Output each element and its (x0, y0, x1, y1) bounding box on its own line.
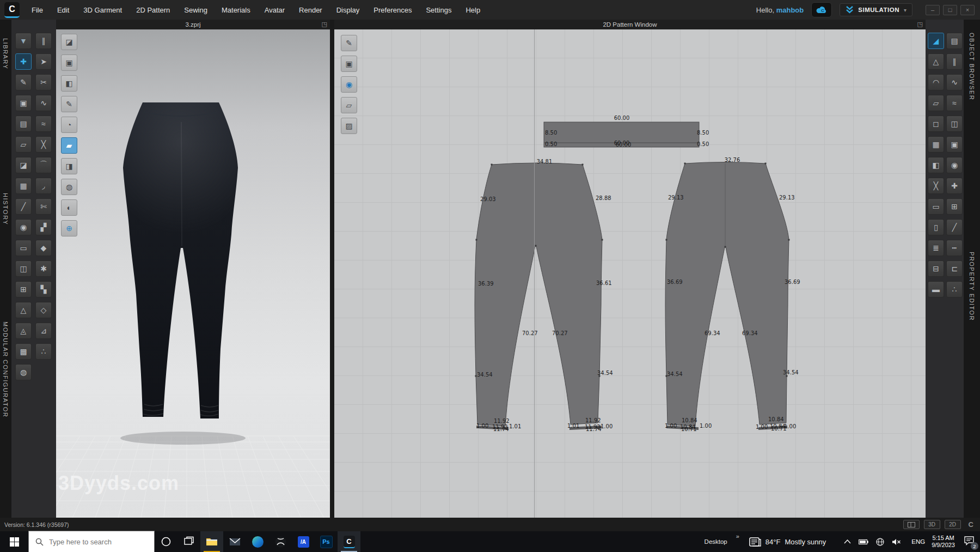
fold-3d-icon[interactable]: ◫ (15, 260, 32, 277)
buttons-tool-icon[interactable]: ⊞ (946, 198, 963, 215)
drape-tool-icon[interactable]: ◇ (35, 302, 52, 318)
file-explorer-button[interactable] (200, 531, 223, 552)
curve-sewing-icon[interactable]: ⌒ (35, 157, 52, 173)
bonding-icon[interactable]: ▭ (15, 240, 32, 256)
edge-browser-button[interactable] (246, 531, 269, 552)
tab-property-editor[interactable]: PROPERTY EDITOR (969, 252, 975, 321)
animation-pause-icon[interactable]: ∥ (35, 33, 52, 49)
ruler-tool-icon[interactable]: ▬ (928, 281, 944, 298)
tab-modular-configurator[interactable]: MODULAR CONFIGURATOR (2, 322, 9, 417)
show-garment-icon[interactable]: ◧ (61, 75, 77, 92)
menu-sewing[interactable]: Sewing (184, 6, 207, 14)
internal-line-icon[interactable]: ≣ (928, 240, 944, 256)
edit-pattern-pen-icon[interactable]: ✎ (341, 35, 357, 51)
task-view-button[interactable] (177, 531, 200, 552)
popout-window-icon[interactable]: ◳ (322, 21, 327, 28)
multi-sew-icon[interactable]: ≈ (946, 95, 963, 111)
sewing-edit-icon[interactable]: ✂ (35, 74, 52, 90)
cortana-button[interactable] (155, 531, 177, 552)
edit-pattern-icon[interactable]: △ (928, 53, 944, 70)
menu-settings[interactable]: Settings (426, 6, 451, 14)
polygon-tool-icon[interactable]: ◻ (928, 116, 944, 132)
seam-allowance-icon[interactable]: ▯ (928, 219, 944, 235)
machine-panel-icon[interactable]: ▦ (15, 178, 32, 194)
menu-avatar[interactable]: Avatar (265, 6, 285, 14)
volume-tray-icon[interactable] (892, 538, 901, 545)
measure-2d-icon[interactable]: ⊟ (928, 260, 944, 277)
flatten-icon[interactable]: ◬ (15, 323, 32, 339)
move-tool-icon[interactable]: ✚ (15, 53, 32, 70)
username[interactable]: mahbob (776, 6, 804, 14)
show-garment-2d-icon[interactable]: ▣ (341, 56, 357, 72)
popout-window-icon[interactable]: ◳ (917, 21, 923, 28)
menu-2d-pattern[interactable]: 2D Pattern (136, 6, 170, 14)
garment-display-icon[interactable]: ▣ (15, 95, 32, 111)
iron-2d-icon[interactable]: ▣ (946, 136, 963, 153)
action-center-button[interactable]: 2 (964, 536, 975, 548)
menu-3d-garment[interactable]: 3D Garment (83, 6, 122, 14)
fold-arrangement-icon[interactable]: ◪ (15, 157, 32, 173)
check-sew-icon[interactable]: ◫ (946, 116, 963, 132)
leggings-garment[interactable] (123, 102, 238, 418)
paint-garment-icon[interactable]: ✎ (61, 96, 77, 112)
pattern-2d-viewport[interactable]: 60.00 8.50 8.50 0.50 0.50 60.00 60.00 (334, 29, 926, 518)
measure-3d-icon[interactable]: ▩ (15, 343, 32, 360)
pattern-piece-icon[interactable]: ▱ (15, 136, 32, 153)
toolbar-overflow-chevrons[interactable]: » (736, 533, 739, 539)
front-pattern-piece[interactable]: 34.81 29.03 28.88 36.39 36.61 70.27 70.2… (475, 159, 613, 432)
grid-texture-icon[interactable]: ⊞ (15, 281, 32, 298)
md-app-button[interactable]: /A (292, 531, 315, 552)
menu-edit[interactable]: Edit (57, 6, 69, 14)
clo-logo-icon[interactable]: C (4, 2, 20, 18)
menu-materials[interactable]: Materials (222, 6, 250, 14)
trim-diamond-icon[interactable]: ◆ (35, 240, 52, 256)
buttonhole-tool-icon[interactable]: ╱ (946, 219, 963, 235)
pin-2d-icon[interactable]: ✚ (946, 178, 963, 194)
clo-status-icon[interactable]: C (969, 520, 973, 529)
detach-sewing-icon[interactable]: ╳ (35, 136, 52, 153)
import-download-icon[interactable]: ▼ (15, 33, 32, 49)
cross-dart-icon[interactable]: ╳ (928, 178, 944, 194)
avatar-head-icon[interactable]: ◍ (61, 179, 77, 195)
menu-file[interactable]: File (32, 6, 43, 14)
show-pattern-window-icon[interactable]: ▰ (61, 137, 77, 154)
maximize-button[interactable]: □ (943, 5, 957, 15)
garment-3d-titlebar[interactable]: 3.zprj ◳ (56, 20, 330, 29)
taskbar-search-box[interactable] (28, 531, 155, 552)
add-point-icon[interactable]: ▱ (928, 95, 944, 111)
stitch-dots-icon[interactable]: ∴ (35, 343, 52, 360)
search-input[interactable] (48, 537, 143, 547)
minimize-button[interactable]: – (926, 5, 940, 15)
waistband-pattern-piece[interactable]: 60.00 8.50 8.50 0.50 0.50 60.00 60.00 (544, 115, 709, 148)
wedge-tool-icon[interactable]: ⊿ (35, 323, 52, 339)
chevron-down-icon[interactable]: ▾ (904, 7, 906, 13)
show-avatar-icon[interactable]: ◔ (61, 117, 77, 133)
garment-fit-map-icon[interactable]: ▣ (61, 54, 77, 71)
rectangle-tool-icon[interactable]: ▦ (928, 136, 944, 153)
half-display-icon[interactable]: ◐ (61, 199, 77, 216)
back-pattern-piece[interactable]: 32.76 29.13 29.13 36.69 36.69 69.34 69.3… (665, 157, 800, 432)
network-tray-icon[interactable] (876, 538, 884, 546)
clock-widget[interactable]: 5:15 AM 9/9/2023 (932, 535, 955, 549)
steam-iron-icon[interactable]: ╱ (15, 198, 32, 215)
view-3d-button[interactable]: 3D (924, 520, 940, 529)
select-tool-icon[interactable]: ➤ (35, 53, 52, 70)
pin-tool-icon[interactable]: △ (15, 302, 32, 318)
split-view-button[interactable] (903, 520, 920, 529)
solidify-icon[interactable]: ◉ (15, 219, 32, 235)
menu-help[interactable]: Help (465, 6, 480, 14)
free-sewing-icon[interactable]: ∿ (35, 95, 52, 111)
simulation-button[interactable]: SIMULATION ▾ (840, 3, 912, 16)
battery-tray-icon[interactable] (859, 539, 868, 545)
pattern-outline-icon[interactable]: ▱ (341, 97, 357, 113)
xbox-button[interactable] (269, 531, 292, 552)
sketch-pen-icon[interactable]: ✎ (15, 74, 32, 90)
menu-preferences[interactable]: Preferences (373, 6, 412, 14)
menu-display[interactable]: Display (336, 6, 360, 14)
edit-curvature-icon[interactable]: ◠ (928, 74, 944, 90)
scissors-icon[interactable]: ✄ (35, 198, 52, 215)
menu-render[interactable]: Render (299, 6, 322, 14)
sewing-machine-2d-icon[interactable]: ▤ (946, 33, 963, 49)
tray-expand-chevron[interactable] (844, 539, 851, 544)
locked-garment-icon[interactable]: ▨ (341, 118, 357, 134)
